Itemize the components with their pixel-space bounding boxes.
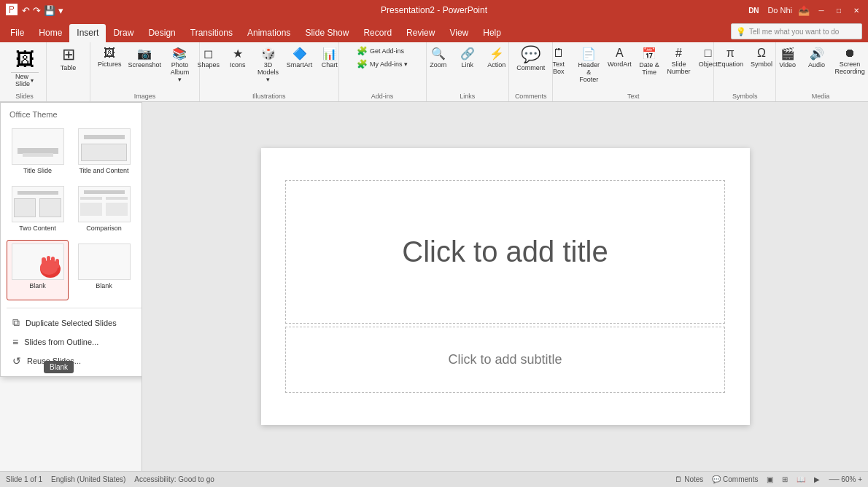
view-sorter-button[interactable]: ⊞: [782, 475, 788, 483]
powerpoint-icon: 🅿: [6, 4, 18, 17]
tab-insert[interactable]: Insert: [69, 24, 106, 42]
tab-file[interactable]: File: [3, 24, 31, 42]
screenshot-button[interactable]: 📷 Screenshot: [126, 45, 163, 70]
svg-rect-3: [47, 256, 50, 268]
tab-draw[interactable]: Draw: [106, 24, 141, 42]
redo-button[interactable]: ↷: [33, 5, 41, 16]
slides-from-outline-label: Slides from Outline...: [24, 338, 98, 346]
slide-number-button[interactable]: # SlideNumber: [665, 45, 692, 77]
search-bar[interactable]: 💡 Tell me what you want to do: [731, 23, 862, 39]
tab-home[interactable]: Home: [31, 24, 69, 42]
language-info: English (United States): [51, 475, 125, 483]
tab-review[interactable]: Review: [399, 24, 442, 42]
share-button[interactable]: 📤: [798, 5, 810, 16]
audio-button[interactable]: 🔊 Audio: [804, 45, 830, 70]
close-button[interactable]: ✕: [850, 4, 862, 16]
svg-rect-2: [42, 257, 46, 270]
layout-label-two-content: Two Content: [19, 225, 56, 232]
tab-design[interactable]: Design: [141, 24, 182, 42]
tab-slideshow[interactable]: Slide Show: [298, 24, 356, 42]
layout-title-slide[interactable]: Title Slide: [7, 125, 69, 178]
layout-picture-caption[interactable]: ⬚ Picture with Caption: [139, 240, 142, 300]
screen-recording-button[interactable]: ⏺ ScreenRecording: [833, 45, 867, 77]
user-avatar[interactable]: DN: [745, 2, 762, 18]
new-slide-group: 🖼 NewSlide ▾: [8, 45, 42, 98]
tab-view[interactable]: View: [442, 24, 476, 42]
duplicate-slides-item[interactable]: ⧉ Duplicate Selected Slides: [7, 313, 142, 332]
slide-panel: Office Theme Title Slide Title: [0, 102, 142, 471]
layout-thumb-title-content: [78, 128, 131, 165]
zoom-slider[interactable]: ── 60% +: [829, 475, 862, 483]
pictures-button[interactable]: 🖼 Pictures: [96, 45, 123, 69]
links-group-label: Links: [460, 93, 475, 100]
layout-section-header[interactable]: Section Header: [139, 125, 142, 178]
save-button[interactable]: 💾: [44, 5, 55, 16]
link-button[interactable]: 🔗 Link: [454, 45, 481, 70]
slide-title-placeholder[interactable]: Click to add title: [285, 180, 725, 324]
view-reading-button[interactable]: 📖: [797, 475, 805, 483]
tab-transitions[interactable]: Transitions: [183, 24, 240, 42]
minimize-button[interactable]: ─: [815, 4, 827, 16]
slide-info: Slide 1 of 1: [6, 475, 42, 483]
my-addins-button[interactable]: 🧩 My Add-ins ▾: [354, 58, 410, 70]
equation-button[interactable]: π Equation: [716, 45, 746, 69]
outline-icon: ≡: [12, 336, 18, 348]
view-slideshow-button[interactable]: ▶: [814, 475, 820, 483]
tab-record[interactable]: Record: [356, 24, 399, 42]
maximize-button[interactable]: □: [833, 4, 845, 16]
wordart-button[interactable]: A WordArt: [606, 45, 633, 69]
layout-two-content[interactable]: Two Content: [7, 182, 69, 235]
slide-subtitle-placeholder[interactable]: Click to add subtitle: [285, 327, 725, 393]
ribbon-group-symbols: π Equation Ω Symbol Symbols: [714, 42, 776, 101]
title-bar-title: Presentation2 - PowerPoint: [381, 5, 487, 15]
shapes-button[interactable]: ◻ Shapes: [195, 45, 222, 70]
layout-thumb-blank: [12, 244, 64, 280]
main-area: Office Theme Title Slide Title: [0, 102, 868, 471]
3d-models-button[interactable]: 🎲 3DModels ▾: [254, 45, 282, 85]
notes-button[interactable]: 🗒 Notes: [675, 475, 703, 483]
icons-button[interactable]: ★ Icons: [225, 45, 251, 70]
layout-label-blank2: Blank: [96, 282, 112, 289]
ribbon-group-addins: 🧩 Get Add-ins 🧩 My Add-ins ▾ Add-ins: [339, 42, 427, 101]
layout-thumb-two-content: [12, 186, 64, 222]
layout-blank2[interactable]: Blank: [73, 240, 135, 300]
header-footer-button[interactable]: 📄 Header& Footer: [575, 45, 603, 85]
textbox-button[interactable]: 🗒 TextBox: [546, 45, 572, 77]
title-bar: 🅿 ↶ ↷ 💾 ▾ Presentation2 - PowerPoint DN …: [0, 0, 868, 20]
view-normal-button[interactable]: ▣: [767, 475, 773, 483]
date-time-button[interactable]: 📅 Date &Time: [636, 45, 662, 77]
slides-from-outline-item[interactable]: ≡ Slides from Outline...: [7, 332, 142, 351]
slide-canvas: Click to add title Click to add subtitle: [261, 148, 750, 425]
new-slide-button[interactable]: 🖼 NewSlide ▾: [8, 45, 42, 87]
ribbon-tabs: File Home Insert Draw Design Transitions…: [0, 20, 868, 42]
blank-tooltip: Blank: [44, 361, 74, 373]
table-button[interactable]: ⊞ Table: [53, 45, 85, 73]
layout-thumb-comparison: [78, 186, 131, 222]
video-button[interactable]: 🎬 Video: [775, 45, 801, 70]
tab-help[interactable]: Help: [476, 24, 508, 42]
tab-animations[interactable]: Animations: [240, 24, 298, 42]
layout-title-only[interactable]: Title Only: [139, 182, 142, 235]
text-group-label: Text: [627, 93, 640, 100]
smartart-button[interactable]: 🔷 SmartArt: [285, 45, 314, 70]
more-tools-button[interactable]: ▾: [58, 5, 63, 16]
reuse-slides-item[interactable]: ↺ Reuse Slides...: [7, 351, 142, 370]
zoom-button[interactable]: 🔍 Zoom: [425, 45, 452, 70]
ribbon-group-text: 🗒 TextBox 📄 Header& Footer A WordArt 📅 D…: [553, 42, 714, 101]
action-button[interactable]: ⚡ Action: [484, 45, 510, 70]
layout-comparison[interactable]: Comparison: [73, 182, 135, 235]
layout-thumb-blank2: [78, 244, 131, 280]
get-addins-button[interactable]: 🧩 Get Add-ins: [354, 45, 406, 57]
undo-button[interactable]: ↶: [22, 5, 30, 16]
slide-subtitle-text: Click to add subtitle: [448, 352, 562, 367]
layout-title-content[interactable]: Title and Content: [73, 125, 135, 178]
symbol-button[interactable]: Ω Symbol: [748, 45, 775, 69]
comment-button[interactable]: 💬 Comment: [514, 45, 548, 73]
comments-button[interactable]: 💬 Comments: [712, 475, 758, 483]
photo-album-button[interactable]: 📚 PhotoAlbum ▾: [166, 45, 193, 85]
ribbon-group-slides: 🖼 NewSlide ▾ Slides: [3, 42, 47, 101]
canvas-area: Click to add title Click to add subtitle: [142, 102, 868, 471]
ribbon-group-illustrations: ◻ Shapes ★ Icons 🎲 3DModels ▾ 🔷 SmartArt…: [200, 42, 339, 101]
ribbon-group-tables: ⊞ Table: [47, 42, 90, 101]
layout-blank[interactable]: Blank: [7, 240, 69, 300]
